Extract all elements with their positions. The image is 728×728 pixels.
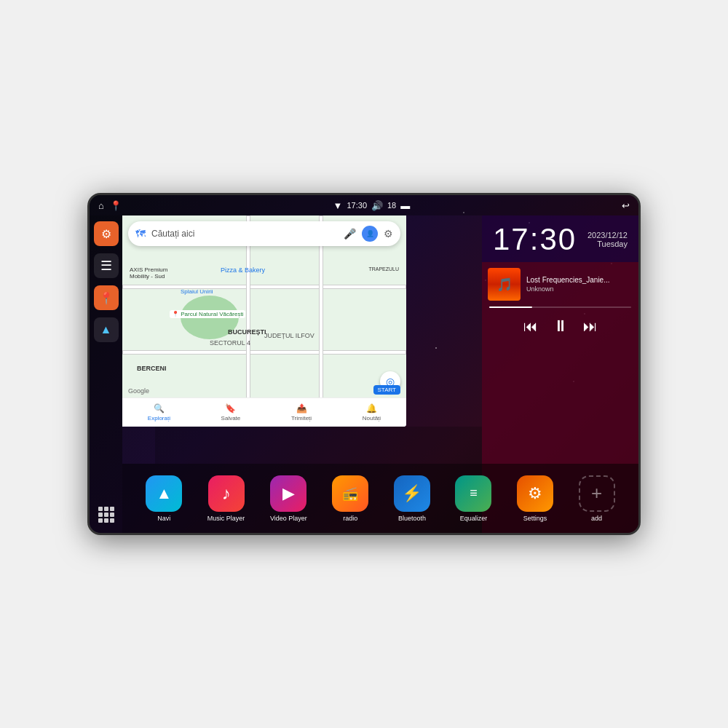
music-note-icon: ♪ — [222, 483, 231, 504]
label-pizza: Pizza & Bakery — [221, 266, 265, 274]
map-nav-send[interactable]: 📤 Trimiteți — [291, 403, 312, 422]
map-search-bar[interactable]: 🗺 Căutați aici 🎤 👤 ⚙ — [128, 221, 400, 246]
bluetooth-label: Bluetooth — [398, 515, 426, 522]
label-trapez: TRAPEZULU — [368, 266, 399, 272]
sidebar: ⚙ ☰ 📍 ▲ — [90, 215, 122, 533]
saved-label: Salvate — [221, 415, 241, 422]
apps-grid-icon — [98, 507, 114, 523]
google-logo: Google — [128, 387, 149, 395]
navi-label: Navi — [157, 515, 170, 522]
music-progress-fill — [489, 306, 532, 308]
clock-date-area: 2023/12/12 Tuesday — [587, 231, 628, 248]
app-bluetooth[interactable]: ⚡ Bluetooth — [394, 475, 430, 522]
back-icon[interactable]: ↩ — [622, 200, 630, 211]
settings-icon-bg: ⚙ — [517, 475, 553, 512]
music-artist: Unknown — [526, 285, 633, 293]
avatar-initial: 👤 — [366, 230, 374, 237]
saved-icon: 🔖 — [225, 403, 236, 414]
map-nav-saved[interactable]: 🔖 Salvate — [221, 403, 241, 422]
clock-widget: 17:30 2023/12/12 Tuesday — [482, 215, 638, 262]
video-player-label: Video Player — [270, 515, 307, 522]
prev-button[interactable]: ⏮ — [523, 318, 538, 335]
battery-icon: ▬ — [400, 200, 410, 211]
music-title: Lost Frequencies_Janie... — [526, 276, 633, 284]
label-judet: JUDEȚUL ILFOV — [264, 332, 314, 339]
label-axis: AXIS PremiumMobility - Sud — [130, 266, 167, 280]
sidebar-item-maps[interactable]: 📍 — [94, 285, 119, 310]
music-controls: ⏮ ⏸ ⏭ — [488, 314, 633, 339]
volume-icon: 🔊 — [371, 200, 383, 211]
clock-date: 2023/12/12 — [587, 231, 628, 240]
map-widget[interactable]: 🗺 Căutați aici 🎤 👤 ⚙ AXIS PremiumMobilit… — [122, 215, 406, 427]
explore-label: Explorați — [148, 415, 170, 422]
sidebar-item-settings[interactable]: ⚙ — [94, 221, 119, 246]
sidebar-item-navigation[interactable]: ▲ — [94, 317, 119, 342]
google-maps-icon: 🗺 — [135, 228, 146, 240]
wifi-icon: ▼ — [333, 200, 343, 211]
label-sectorul: SECTORUL 4 — [210, 339, 250, 347]
map-nav-explore[interactable]: 🔍 Explorați — [148, 403, 170, 422]
clock-status: 17:30 — [347, 201, 367, 210]
play-icon: ▶ — [282, 484, 295, 503]
pause-button[interactable]: ⏸ — [553, 317, 569, 336]
album-art: 🎵 — [488, 268, 521, 301]
nav-icon: ▲ — [100, 323, 112, 336]
label-berceni: BERCENI — [137, 365, 167, 372]
mic-icon[interactable]: 🎤 — [344, 228, 356, 240]
bluetooth-symbol: ⚡ — [402, 484, 422, 503]
add-icon-bg: + — [579, 475, 615, 512]
layers-icon[interactable]: ⚙ — [384, 228, 393, 240]
app-settings[interactable]: ⚙ Settings — [517, 475, 553, 522]
music-progress-bar-container[interactable] — [489, 306, 631, 308]
music-player-icon-bg: ♪ — [208, 475, 245, 512]
navi-symbol: ▲ — [156, 484, 172, 503]
settings-label: Settings — [523, 515, 547, 522]
explore-icon: 🔍 — [154, 403, 165, 414]
status-center: ▼ 17:30 🔊 18 ▬ — [333, 200, 411, 211]
app-music-player[interactable]: ♪ Music Player — [207, 475, 245, 522]
news-icon: 🔔 — [366, 403, 377, 414]
map-nav-news[interactable]: 🔔 Noutăți — [363, 403, 381, 422]
label-splaiul: Splaiul Unirii — [181, 288, 213, 295]
app-equalizer[interactable]: ≡ Equalizer — [455, 475, 491, 522]
next-button[interactable]: ⏭ — [583, 318, 598, 335]
status-right-icons: ↩ — [622, 200, 630, 211]
equalizer-symbol: ≡ — [470, 486, 478, 501]
radio-label: radio — [343, 515, 357, 522]
plus-icon: + — [591, 482, 602, 505]
app-add[interactable]: + add — [579, 475, 615, 522]
music-details: Lost Frequencies_Janie... Unknown — [526, 276, 633, 293]
maps-status-icon[interactable]: 📍 — [110, 200, 122, 211]
battery-num: 18 — [387, 201, 396, 210]
sidebar-item-files[interactable]: ☰ — [94, 253, 119, 278]
navi-icon: ▲ — [146, 475, 182, 512]
start-button[interactable]: START — [373, 385, 400, 395]
center-spacer — [155, 427, 482, 464]
device: ⌂ 📍 ▼ 17:30 🔊 18 ▬ ↩ ⚙ ☰ — [87, 193, 641, 535]
app-navi[interactable]: ▲ Navi — [146, 475, 182, 522]
sidebar-item-apps[interactable] — [94, 502, 119, 527]
map-labels: AXIS PremiumMobility - Sud Pizza & Baker… — [122, 259, 406, 397]
clock-day: Tuesday — [587, 240, 628, 248]
app-video-player[interactable]: ▶ Video Player — [270, 475, 307, 522]
equalizer-label: Equalizer — [460, 515, 488, 522]
album-image: 🎵 — [488, 268, 521, 301]
radio-wave-icon: 📻 — [342, 486, 358, 502]
send-label: Trimiteți — [291, 415, 312, 422]
video-player-icon-bg: ▶ — [270, 475, 306, 512]
settings-icon: ⚙ — [101, 227, 111, 241]
send-icon: 📤 — [296, 403, 307, 414]
music-player-label: Music Player — [207, 515, 245, 522]
equalizer-icon-bg: ≡ — [455, 475, 491, 512]
user-avatar[interactable]: 👤 — [362, 226, 378, 242]
files-icon: ☰ — [100, 258, 112, 274]
apps-dock: ▲ Navi ♪ Music Player ▶ Video Player 📻 — [122, 464, 638, 533]
app-radio[interactable]: 📻 radio — [332, 475, 368, 522]
music-info: 🎵 Lost Frequencies_Janie... Unknown — [488, 268, 633, 301]
search-placeholder[interactable]: Căutați aici — [151, 229, 338, 239]
home-icon[interactable]: ⌂ — [98, 200, 104, 211]
label-parcul: 📍 Parcul Natural Văcărești — [170, 310, 245, 318]
status-left-icons: ⌂ 📍 — [98, 200, 122, 211]
gear-icon: ⚙ — [528, 484, 542, 503]
screen: ⌂ 📍 ▼ 17:30 🔊 18 ▬ ↩ ⚙ ☰ — [90, 195, 638, 533]
